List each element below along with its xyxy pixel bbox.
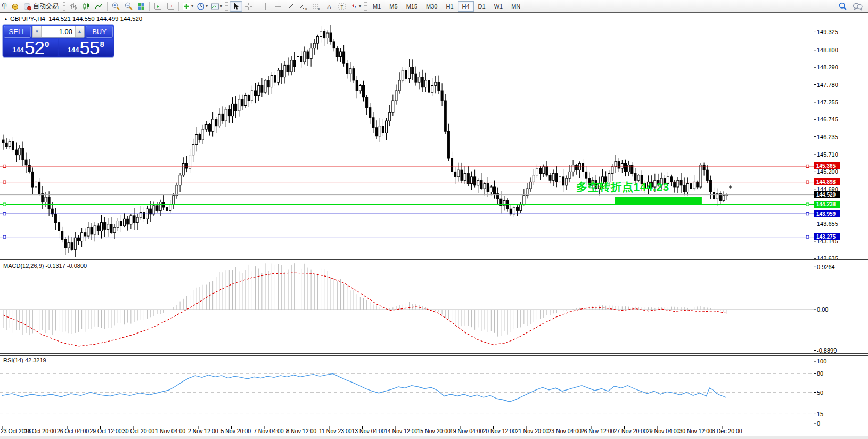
new-order-button[interactable]: 单 bbox=[1, 2, 7, 11]
templates-icon[interactable]: ▾ bbox=[209, 1, 224, 12]
crosshair-tool[interactable] bbox=[242, 1, 255, 12]
cursor-tool[interactable] bbox=[230, 1, 242, 12]
indicators-icon[interactable]: ▾ bbox=[181, 1, 195, 12]
timeframe-m30[interactable]: M30 bbox=[422, 1, 441, 12]
chart-shift-icon[interactable] bbox=[164, 1, 177, 12]
candle bbox=[241, 99, 243, 106]
horizontal-line-tool[interactable] bbox=[272, 1, 284, 12]
periods-icon[interactable]: ▾ bbox=[195, 1, 209, 12]
price-tag-144.898[interactable]: 144.898 bbox=[814, 178, 840, 185]
autotrading-button[interactable]: 自动交易 bbox=[21, 1, 61, 12]
candle bbox=[559, 177, 561, 182]
candle bbox=[313, 43, 315, 48]
tile-windows-icon[interactable] bbox=[135, 1, 148, 12]
timeframe-m5[interactable]: M5 bbox=[385, 1, 402, 12]
line-handle[interactable] bbox=[3, 181, 6, 183]
arrows-tool[interactable]: ▾ bbox=[348, 1, 363, 12]
line-handle[interactable] bbox=[3, 165, 6, 167]
line-handle[interactable] bbox=[806, 181, 809, 183]
candle bbox=[723, 196, 725, 201]
pane-separator[interactable] bbox=[0, 259, 868, 262]
equidistant-channel-tool[interactable]: E bbox=[297, 1, 310, 12]
volume-input[interactable] bbox=[42, 26, 75, 37]
candle bbox=[290, 60, 292, 72]
timeframe-m1[interactable]: M1 bbox=[369, 1, 385, 12]
toolbar-drag-handle[interactable] bbox=[63, 2, 65, 11]
candle bbox=[575, 165, 577, 170]
line-handle[interactable] bbox=[806, 165, 809, 167]
candle bbox=[159, 202, 161, 211]
line-handle[interactable] bbox=[3, 213, 6, 215]
price-tag-145.365[interactable]: 145.365 bbox=[814, 162, 840, 169]
fibonacci-tool[interactable]: F bbox=[310, 1, 323, 12]
time-axis-label: 26 Nov 12:00 bbox=[581, 428, 614, 434]
line-handle[interactable] bbox=[3, 203, 6, 206]
price-axis-label: 146.235 bbox=[817, 134, 838, 140]
timeframe-w1[interactable]: W1 bbox=[490, 1, 507, 12]
text-tool[interactable]: A bbox=[323, 1, 335, 12]
line-chart-icon[interactable] bbox=[93, 1, 105, 12]
line-handle[interactable] bbox=[806, 213, 809, 215]
timeframe-h4[interactable]: H4 bbox=[458, 1, 474, 12]
chat-icon[interactable] bbox=[853, 2, 863, 11]
candle bbox=[533, 175, 535, 182]
vertical-line-tool[interactable] bbox=[259, 1, 272, 12]
buy-price-sup: 8 bbox=[100, 39, 104, 48]
candle bbox=[444, 101, 446, 131]
trendline-tool[interactable] bbox=[284, 1, 297, 12]
pivot-annotation-text[interactable]: 多空转折点144.23 bbox=[576, 180, 669, 194]
candle bbox=[2, 140, 4, 143]
timeframe-d1[interactable]: D1 bbox=[474, 1, 490, 12]
candle bbox=[670, 177, 673, 182]
new-order-icon[interactable] bbox=[9, 1, 21, 12]
price-tag-143.959[interactable]: 143.959 bbox=[814, 210, 840, 217]
arrows-dropdown-caret[interactable]: ▾ bbox=[359, 4, 361, 9]
sell-price-display[interactable]: 144520 bbox=[4, 39, 58, 56]
candle bbox=[124, 219, 126, 226]
candle bbox=[703, 165, 705, 170]
line-handle[interactable] bbox=[806, 203, 809, 206]
candle bbox=[277, 70, 280, 82]
templates-dropdown-caret[interactable]: ▾ bbox=[220, 4, 222, 9]
toolbar-drag-handle[interactable] bbox=[364, 2, 367, 11]
collapse-panel-icon[interactable]: ▲ bbox=[4, 17, 8, 21]
line-handle[interactable] bbox=[3, 235, 6, 238]
macd-histogram bbox=[3, 263, 727, 337]
buy-price-display[interactable]: 144558 bbox=[59, 39, 113, 56]
rsi-axis-label: 15 bbox=[817, 411, 823, 417]
timeframe-mn[interactable]: MN bbox=[507, 1, 525, 12]
price-tag-143.275[interactable]: 143.275 bbox=[814, 233, 840, 240]
candlestick-chart-icon[interactable] bbox=[80, 1, 93, 12]
text-label-tool[interactable]: T bbox=[335, 1, 348, 12]
candle bbox=[169, 204, 171, 211]
time-axis-label: 1 Nov 04:00 bbox=[155, 428, 186, 434]
zoom-in-icon[interactable] bbox=[109, 1, 122, 12]
timeframe-h1[interactable]: H1 bbox=[441, 1, 457, 12]
price-axis-label: 148.290 bbox=[817, 64, 838, 70]
chart-canvas[interactable] bbox=[0, 0, 868, 439]
toolbar-drag-handle[interactable] bbox=[225, 2, 228, 11]
pivot-zone-rect[interactable] bbox=[615, 197, 702, 204]
candle bbox=[97, 226, 99, 231]
search-icon[interactable] bbox=[838, 2, 847, 11]
line-handle[interactable] bbox=[806, 235, 809, 238]
indicators-dropdown-caret[interactable]: ▾ bbox=[191, 4, 193, 9]
pane-separator[interactable] bbox=[0, 353, 868, 356]
volume-increase-button[interactable]: ▲ bbox=[75, 26, 84, 37]
periods-dropdown-caret[interactable]: ▾ bbox=[206, 4, 208, 9]
price-tag-144.238[interactable]: 144.238 bbox=[814, 201, 840, 208]
volume-decrease-button[interactable]: ▼ bbox=[32, 26, 42, 37]
candle bbox=[320, 31, 322, 37]
candle bbox=[539, 168, 542, 174]
sell-button[interactable]: SELL bbox=[4, 26, 31, 38]
zoom-out-icon[interactable] bbox=[122, 1, 135, 12]
buy-button[interactable]: BUY bbox=[86, 26, 113, 38]
price-axis-label: 147.780 bbox=[817, 82, 838, 88]
candle bbox=[238, 99, 240, 111]
bar-chart-icon[interactable] bbox=[67, 1, 80, 12]
time-axis-label: 21 Nov 20:00 bbox=[515, 428, 548, 434]
auto-scroll-icon[interactable] bbox=[151, 1, 164, 12]
price-tag-144.520[interactable]: 144.520 bbox=[814, 191, 840, 198]
candle bbox=[71, 243, 73, 250]
timeframe-m15[interactable]: M15 bbox=[402, 1, 422, 12]
